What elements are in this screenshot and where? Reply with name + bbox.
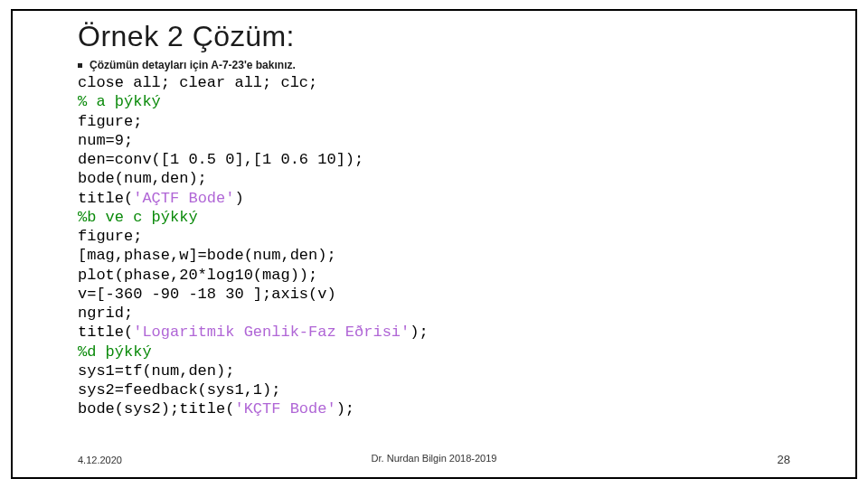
code-line: );	[336, 400, 354, 418]
code-string: 'AÇTF Bode'	[133, 190, 234, 207]
code-line: [mag,phase,w]=bode(num,den);	[78, 247, 336, 264]
code-line: close all; clear all; clc;	[78, 74, 317, 91]
code-line: ngrid;	[78, 305, 133, 322]
code-string: 'Logaritmik Genlik-Faz Eðrisi'	[133, 324, 410, 341]
slide-footer: 4.12.2020 Dr. Nurdan Bilgin 2018-2019 28	[78, 453, 790, 466]
slide-title: Örnek 2 Çözüm:	[78, 20, 790, 53]
code-line: title(	[78, 190, 133, 207]
slide-frame: Örnek 2 Çözüm: Çözümün detayları için A-…	[11, 9, 857, 479]
code-line: sys1=tf(num,den);	[78, 362, 234, 380]
code-line: v=[-360 -90 -18 30 ];axis(v)	[78, 286, 336, 303]
footer-author: Dr. Nurdan Bilgin 2018-2019	[78, 453, 790, 464]
code-line: sys2=feedback(sys1,1);	[78, 381, 280, 399]
code-line: )	[234, 190, 243, 207]
code-string: 'KÇTF Bode'	[234, 400, 335, 418]
subtitle-text: Çözümün detayları için A-7-23'e bakınız.	[90, 59, 296, 71]
code-line: figure;	[78, 228, 142, 245]
code-comment: % a þýkký	[78, 93, 161, 110]
code-comment: %d þýkký	[78, 343, 152, 361]
code-line: figure;	[78, 113, 142, 130]
code-line: den=conv([1 0.5 0],[1 0.6 10]);	[78, 151, 363, 168]
code-comment: %b ve c þýkký	[78, 209, 198, 226]
code-line: plot(phase,20*log10(mag));	[78, 267, 317, 284]
code-line: bode(num,den);	[78, 170, 207, 187]
slide-content: Örnek 2 Çözüm: Çözümün detayları için A-…	[13, 20, 855, 419]
code-line: );	[410, 324, 428, 341]
code-line: num=9;	[78, 132, 133, 149]
bullet-icon	[78, 63, 82, 68]
code-line: bode(sys2);title(	[78, 400, 234, 418]
code-block: close all; clear all; clc; % a þýkký fig…	[78, 73, 790, 419]
subtitle-row: Çözümün detayları için A-7-23'e bakınız.	[78, 59, 790, 71]
code-line: title(	[78, 324, 133, 341]
